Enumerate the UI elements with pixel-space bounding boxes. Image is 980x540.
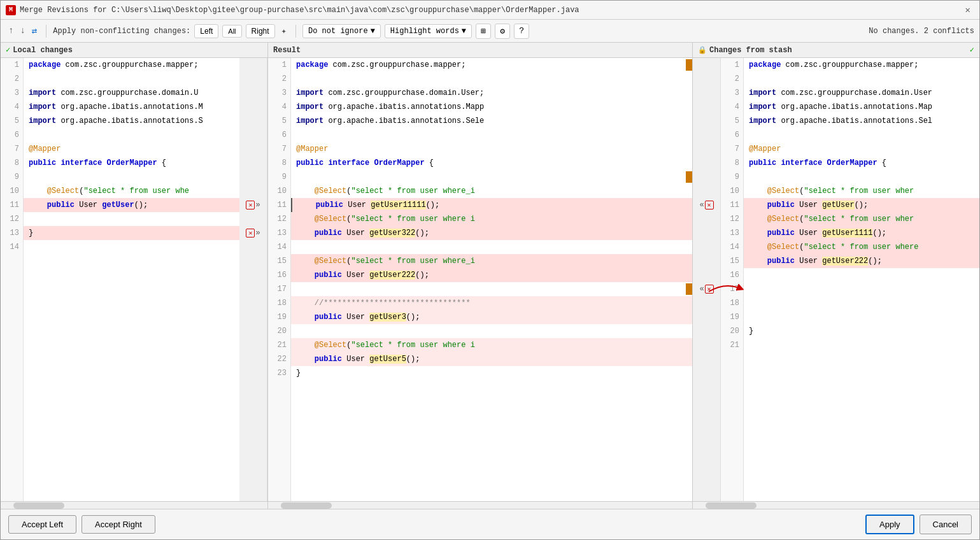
gutter-cell-14 (239, 240, 267, 254)
mid-line-21: @Select("select * from user where i (291, 338, 692, 352)
mid-line-13: public User getUser322(); (291, 226, 692, 240)
left-code: package com.zsc.grouppurchase.mapper; im… (24, 58, 239, 501)
middle-panel: Result 12345 678910 1112131415 161718192… (268, 43, 693, 509)
right-conflict-btn-11[interactable]: « ✕ (693, 198, 720, 212)
ignore-dropdown[interactable]: Do not ignore ▼ (302, 24, 381, 38)
footer-left: Accept Left Accept Right (8, 515, 155, 534)
columns-button[interactable]: ⊞ (476, 24, 491, 39)
right-line-5: import org.apache.ibatis.annotations.Sel (744, 114, 979, 128)
left-panel: ✓ Local changes 12345 678910 11121314 pa… (1, 43, 268, 509)
left-line-numbers: 12345 678910 11121314 (1, 58, 24, 501)
left-conflict-btn-13[interactable]: ✕ » (239, 226, 267, 240)
right-button[interactable]: Right (246, 24, 275, 38)
gutter-cell-2 (239, 72, 267, 86)
help-button[interactable]: ? (514, 24, 529, 39)
middle-scrollbar[interactable] (268, 501, 692, 509)
gutter-cell-7 (239, 142, 267, 156)
left-button[interactable]: Left (194, 24, 218, 38)
left-line-9 (24, 170, 239, 184)
nav-arrows: ↑ ↓ ⇄ (6, 24, 39, 38)
cancel-button[interactable]: Cancel (920, 515, 972, 534)
mid-line-9 (291, 170, 692, 184)
mid-line-2 (291, 72, 692, 86)
right-line-11: public User getUser(); (744, 198, 979, 212)
accept-left-button[interactable]: Accept Left (8, 515, 76, 534)
mid-line-18: //******************************** (291, 296, 692, 310)
middle-panel-content: 12345 678910 1112131415 1617181920 21222… (268, 58, 692, 501)
next-conflict-button[interactable]: ↓ (17, 24, 27, 38)
left-accept-13[interactable]: » (255, 229, 260, 238)
right-lock-icon: 🔒 (698, 46, 707, 54)
left-gutter: ✕ » ✕ » (239, 58, 267, 501)
left-line-2 (24, 72, 239, 86)
mid-line-23: } (291, 366, 692, 380)
right-line-10: @Select("select * from user wher (744, 184, 979, 198)
mid-line-11: public User getUser11111(); (291, 198, 692, 212)
right-line-19 (744, 310, 979, 324)
right-line-numbers: 12345 678910 1112131415 1617181920 21 (721, 58, 744, 501)
apply-label: Apply non-conflicting changes: (53, 27, 190, 36)
gutter-cell-3 (239, 86, 267, 100)
mid-line-6 (291, 128, 692, 142)
left-line-12 (24, 212, 239, 226)
sync-button[interactable]: ⇄ (29, 24, 39, 38)
gutter-cell-9 (239, 170, 267, 184)
right-conflict-btn-17[interactable]: « ✕ (693, 282, 720, 296)
right-reject-17[interactable]: ✕ (705, 285, 714, 294)
mid-line-14 (291, 240, 692, 254)
main-content: ✓ Local changes 12345 678910 11121314 pa… (1, 43, 979, 509)
right-line-13: public User getUser1111(); (744, 226, 979, 240)
mid-line-20 (291, 324, 692, 338)
mid-line-15: @Select("select * from user where_i (291, 254, 692, 268)
right-line-20: } (744, 324, 979, 338)
middle-panel-title: Result (273, 46, 301, 55)
right-accept-17[interactable]: « (699, 285, 704, 294)
magic-wand-button[interactable]: ✦ (279, 24, 289, 38)
mid-line-1: package com.zsc.grouppurchase.mapper; (291, 58, 692, 72)
gutter-cell-1 (239, 58, 267, 72)
right-scrollbar[interactable] (693, 501, 979, 509)
gutter-cell-10 (239, 184, 267, 198)
panels-container: ✓ Local changes 12345 678910 11121314 pa… (1, 43, 979, 509)
mid-line-19: public User getUser3(); (291, 310, 692, 324)
left-accept-11[interactable]: » (255, 201, 260, 210)
mid-line-5: import org.apache.ibatis.annotations.Sel… (291, 114, 692, 128)
right-line-15: public User getUser222(); (744, 254, 979, 268)
all-button[interactable]: All (222, 25, 241, 38)
middle-line-numbers: 12345 678910 1112131415 1617181920 21222… (268, 58, 291, 501)
left-line-6 (24, 128, 239, 142)
gutter-cell-5 (239, 114, 267, 128)
mid-line-17 (291, 282, 692, 296)
right-panel-title: Changes from stash (709, 46, 792, 55)
separator1 (46, 25, 46, 38)
right-panel: 🔒 Changes from stash ✓ (693, 43, 979, 509)
left-reject-13[interactable]: ✕ (246, 229, 255, 238)
apply-button[interactable]: Apply (865, 515, 914, 534)
right-line-14: @Select("select * from user where (744, 240, 979, 254)
highlight-dropdown[interactable]: Highlight words ▼ (385, 24, 472, 38)
close-button[interactable]: ✕ (962, 3, 974, 17)
accept-right-button[interactable]: Accept Right (82, 515, 155, 534)
window-title: Merge Revisions for C:\Users\liwq\Deskto… (20, 6, 579, 15)
middle-panel-header: Result (268, 43, 692, 58)
mid-line-3: import com.zsc.grouppurchase.domain.User… (291, 86, 692, 100)
right-accept-11[interactable]: « (699, 201, 704, 210)
right-line-18 (744, 296, 979, 310)
right-reject-11[interactable]: ✕ (705, 201, 714, 210)
left-panel-header: ✓ Local changes (1, 43, 267, 58)
left-line-3: import com.zsc.grouppurchase.domain.U (24, 86, 239, 100)
left-scrollbar[interactable] (1, 501, 267, 509)
right-line-21 (744, 338, 979, 352)
left-line-11: public User getUser(); (24, 198, 239, 212)
mid-line-7: @Mapper (291, 142, 692, 156)
app-icon: M (6, 5, 16, 15)
left-reject-11[interactable]: ✕ (246, 201, 255, 210)
settings-button[interactable]: ⚙ (495, 24, 510, 39)
left-conflict-btn-11[interactable]: ✕ » (239, 198, 267, 212)
mid-line-12: @Select("select * from user where i (291, 212, 692, 226)
right-check-icon: ✓ (970, 45, 974, 55)
right-line-4: import org.apache.ibatis.annotations.Map (744, 100, 979, 114)
prev-conflict-button[interactable]: ↑ (6, 24, 16, 38)
title-bar-left: M Merge Revisions for C:\Users\liwq\Desk… (6, 5, 579, 15)
right-gutter: « ✕ « ✕ (693, 58, 721, 501)
